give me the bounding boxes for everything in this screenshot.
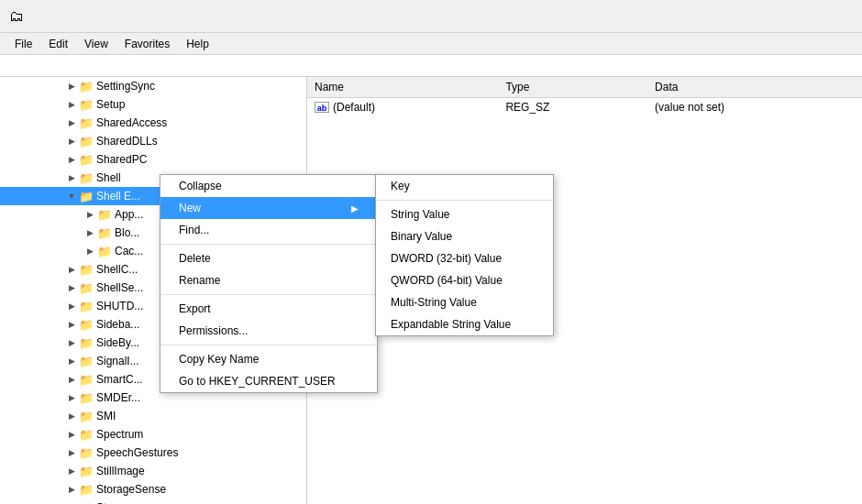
context-menu-item-goto-hkcu[interactable]: Go to HKEY_CURRENT_USER [160,370,377,392]
folder-icon: 📁 [79,281,94,295]
context-menu-item-export[interactable]: Export [160,298,377,320]
context-menu-label: Copy Key Name [179,353,259,366]
sub-context-menu-item-qword-value[interactable]: QWORD (64-bit) Value [376,269,553,291]
maximize-button[interactable] [800,7,825,26]
tree-arrow-icon: ▶ [64,100,79,109]
context-menu-label: Go to HKEY_CURRENT_USER [179,375,336,388]
folder-icon: 📁 [79,190,94,203]
tree-arrow-icon: ▶ [64,411,79,421]
tree-arrow-icon: ▶ [64,430,79,439]
tree-arrow-icon: ▶ [64,338,79,347]
tree-item-label: SharedAccess [96,116,306,129]
tree-item[interactable]: ▶ 📁 SharedDLLs [0,132,306,150]
sub-context-menu-label: Multi-String Value [391,296,477,309]
sub-context-menu-item-expandable-string-value[interactable]: Expandable String Value [376,313,553,335]
tree-item[interactable]: ▶ 📁 Spectrum [0,425,306,444]
submenu-arrow-icon: ▶ [351,203,359,214]
sub-context-menu-label: QWORD (64-bit) Value [391,274,503,287]
folder-icon: 📁 [97,245,112,258]
tree-item-label: StorageSense [96,483,306,496]
tree-item-label: SettingSync [96,80,306,93]
menu-edit[interactable]: Edit [41,36,75,52]
tree-item[interactable]: ▶ 📁 SMI [0,407,306,425]
folder-icon: 📁 [79,171,94,185]
sub-context-menu-item-string-value[interactable]: String Value [376,203,553,225]
tree-arrow-icon: ▶ [64,301,79,311]
tree-item[interactable]: ▶ 📁 SharedPC [0,150,306,169]
folder-icon: 📁 [79,116,94,130]
minimize-button[interactable] [772,7,798,26]
folder-icon: 📁 [79,355,94,368]
menu-favorites[interactable]: Favorites [117,36,177,52]
sub-context-menu-label: Binary Value [391,230,452,243]
tree-item-label: SMI [96,410,306,422]
folder-icon: 📁 [79,135,94,148]
sub-context-menu-item-multi-string-value[interactable]: Multi-String Value [376,291,553,313]
close-button[interactable] [827,7,853,26]
tree-arrow-icon: ▶ [64,393,79,402]
folder-icon: 📁 [79,153,94,167]
tree-arrow-icon: ▶ [64,118,79,127]
context-menu-item-new[interactable]: New▶ [160,197,377,219]
folder-icon: 📁 [97,208,112,222]
address-bar [0,55,862,77]
tree-item-label: Spectrum [96,428,306,441]
tree-item[interactable]: ▶ 📁 SharedAccess [0,114,306,132]
tree-arrow-icon: ▶ [83,228,97,237]
tree-item[interactable]: ▶ 📁 StillImage [0,462,306,480]
tree-item-label: SharedPC [96,153,306,166]
tree-arrow-icon: ▶ [64,173,79,182]
tree-arrow-icon: ▶ [64,375,79,384]
context-menu-item-find[interactable]: Find... [160,219,377,241]
context-menu-label: Rename [179,274,220,287]
title-bar: 🗂 [0,0,862,33]
tree-item-label: Setup [96,98,306,111]
tree-item[interactable]: ▶ 📁 Store [0,499,306,504]
sub-context-menu-label: Expandable String Value [391,318,511,331]
tree-item[interactable]: ▶ 📁 SpeechGestures [0,444,306,462]
tree-arrow-icon: ▶ [64,283,79,292]
menu-separator [160,294,377,295]
tree-arrow-icon: ▶ [64,448,79,457]
context-menu-label: Find... [179,224,209,236]
tree-item[interactable]: ▶ 📁 SettingSync [0,77,306,95]
tree-arrow-icon: ▶ [64,356,79,366]
sub-menu-separator [376,200,553,201]
folder-icon: 📁 [79,446,94,460]
context-menu-item-permissions[interactable]: Permissions... [160,320,377,342]
tree-arrow-icon: ▶ [64,137,79,146]
folder-icon: 📁 [97,226,112,240]
folder-icon: 📁 [79,80,94,93]
menu-view[interactable]: View [77,36,116,52]
cell-data: (value not set) [647,98,862,116]
folder-icon: 📁 [79,391,94,405]
tree-item[interactable]: ▶ 📁 Setup [0,95,306,114]
menu-help[interactable]: Help [179,36,216,52]
context-menu-item-rename[interactable]: Rename [160,269,377,291]
folder-icon: 📁 [79,501,94,505]
sub-context-menu-item-dword-value[interactable]: DWORD (32-bit) Value [376,247,553,269]
folder-icon: 📁 [79,483,94,497]
context-menu-item-collapse[interactable]: Collapse [160,175,377,197]
tree-item[interactable]: ▶ 📁 StorageSense [0,480,306,499]
sub-context-menu-item-key[interactable]: Key [376,175,553,197]
menu-file[interactable]: File [7,36,39,52]
context-menu-label: Delete [179,252,211,265]
context-menu-item-copy-key[interactable]: Copy Key Name [160,348,377,370]
context-menu-item-delete[interactable]: Delete [160,247,377,269]
tree-arrow-icon: ▶ [64,265,79,274]
sub-context-menu: KeyString ValueBinary ValueDWORD (32-bit… [375,174,554,336]
tree-arrow-icon: ▶ [64,485,79,494]
tree-item-label: StillImage [96,465,306,477]
folder-icon: 📁 [79,465,94,478]
table-row[interactable]: ab(Default) REG_SZ (value not set) [307,98,862,116]
folder-icon: 📁 [79,410,94,423]
sub-context-menu-item-binary-value[interactable]: Binary Value [376,225,553,247]
menu-bar: File Edit View Favorites Help [0,33,862,55]
app-icon: 🗂 [9,8,24,25]
context-menu: CollapseNew▶Find...DeleteRenameExportPer… [160,174,378,393]
menu-separator [160,244,377,245]
tree-item-label: SpeechGestures [96,446,306,459]
tree-arrow-icon: ▶ [83,210,97,219]
folder-icon: 📁 [79,263,94,277]
